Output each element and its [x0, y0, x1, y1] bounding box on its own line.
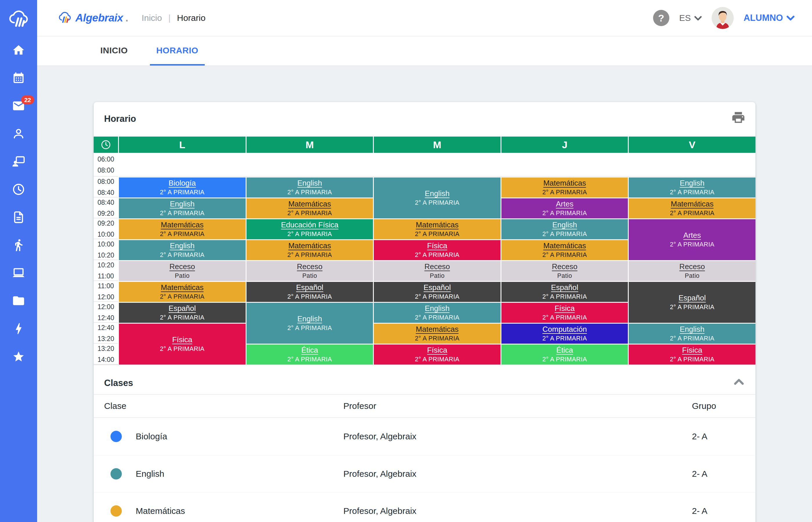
schedule-cell[interactable]: English2° A PRIMARIA: [374, 178, 501, 218]
folder-icon[interactable]: [0, 287, 37, 315]
breadcrumb-inicio[interactable]: Inicio: [142, 13, 162, 23]
schedule-cell[interactable]: English2° A PRIMARIA: [629, 324, 755, 344]
calendar-icon[interactable]: [0, 64, 37, 92]
schedule-cell[interactable]: Ética2° A PRIMARIA: [246, 344, 373, 364]
teacher-board-icon[interactable]: [0, 147, 37, 176]
schedule-cell-group: 2° A PRIMARIA: [287, 252, 332, 259]
schedule-cell-group: Patio: [557, 272, 572, 280]
laptop-icon[interactable]: [0, 259, 37, 287]
schedule-cell[interactable]: RecesoPatio: [629, 261, 755, 281]
schedule-cell-group: 2° A PRIMARIA: [160, 252, 204, 259]
class-row[interactable]: BiologíaProfesor, Algebraix2- A: [94, 418, 755, 455]
schedule-cell[interactable]: Matemáticas2° A PRIMARIA: [374, 219, 501, 239]
schedule-cell[interactable]: Física2° A PRIMARIA: [374, 344, 501, 364]
person-icon[interactable]: [0, 120, 37, 147]
schedule-cell[interactable]: English2° A PRIMARIA: [374, 303, 501, 323]
time-slot-label: 12:4013:20: [94, 324, 118, 344]
schedule-cell[interactable]: Matemáticas2° A PRIMARIA: [502, 240, 628, 260]
schedule-cell[interactable]: Matemáticas2° A PRIMARIA: [629, 198, 755, 218]
class-grupo: 2- A: [692, 506, 707, 516]
tab-inicio[interactable]: INICIO: [94, 37, 134, 65]
day-header: L: [119, 137, 246, 153]
sidebar: 22: [0, 0, 37, 522]
clock-icon[interactable]: [0, 176, 37, 203]
schedule-cell-subject: English: [170, 200, 195, 208]
time-slot-label: 08:4009:20: [94, 198, 118, 218]
schedule-cell[interactable]: Español2° A PRIMARIA: [374, 282, 501, 302]
schedule-cell-group: 2° A PRIMARIA: [287, 356, 332, 363]
schedule-cell[interactable]: English2° A PRIMARIA: [246, 303, 373, 344]
schedule-cell[interactable]: Español2° A PRIMARIA: [629, 282, 755, 323]
mail-icon[interactable]: 22: [0, 92, 37, 120]
walking-person-icon[interactable]: [0, 231, 37, 259]
schedule-cell-subject: English: [297, 179, 322, 188]
schedule-cell-subject: English: [425, 304, 449, 313]
schedule-cell[interactable]: RecesoPatio: [246, 261, 373, 281]
tab-horario[interactable]: HORARIO: [150, 37, 205, 65]
schedule-cell[interactable]: Matemáticas2° A PRIMARIA: [246, 240, 373, 260]
chevron-up-icon[interactable]: [734, 378, 744, 386]
user-menu[interactable]: ALUMNO: [744, 13, 795, 23]
schedule-cell-subject: English: [680, 325, 705, 334]
lightning-icon[interactable]: [0, 315, 37, 342]
schedule-cell[interactable]: Español2° A PRIMARIA: [119, 303, 246, 323]
schedule-cell[interactable]: Física2° A PRIMARIA: [119, 324, 246, 364]
language-selector[interactable]: ES: [679, 13, 702, 23]
schedule-cell[interactable]: English2° A PRIMARIA: [629, 178, 755, 198]
schedule-cell[interactable]: Ética2° A PRIMARIA: [502, 344, 628, 364]
schedule-cell[interactable]: Matemáticas2° A PRIMARIA: [374, 324, 501, 344]
schedule-cell-group: 2° A PRIMARIA: [415, 293, 460, 300]
column-profesor: Profesor: [343, 401, 376, 411]
schedule-cell[interactable]: English2° A PRIMARIA: [246, 178, 373, 198]
schedule-cell-subject: Matemáticas: [161, 221, 204, 229]
schedule-cell[interactable]: English2° A PRIMARIA: [119, 240, 246, 260]
document-icon[interactable]: [0, 203, 37, 231]
class-profesor: Profesor, Algebraix: [343, 469, 417, 479]
algebraix-logo[interactable]: Algebraix.: [56, 10, 128, 26]
schedule-cell[interactable]: Matemáticas2° A PRIMARIA: [246, 198, 373, 218]
schedule-cell[interactable]: Computación2° A PRIMARIA: [502, 324, 628, 344]
schedule-cell-subject: Matemáticas: [161, 283, 204, 292]
schedule-cell-group: 2° A PRIMARIA: [160, 189, 204, 196]
schedule-cell[interactable]: Artes2° A PRIMARIA: [629, 219, 755, 260]
schedule-cell[interactable]: Física2° A PRIMARIA: [502, 303, 628, 323]
sidebar-nav: 22: [0, 36, 37, 370]
star-icon[interactable]: [0, 342, 37, 370]
schedule-cell-subject: Español: [296, 283, 323, 292]
schedule-cell[interactable]: Matemáticas2° A PRIMARIA: [119, 219, 246, 239]
schedule-cell[interactable]: Español2° A PRIMARIA: [502, 282, 628, 302]
schedule-cell[interactable]: Matemáticas2° A PRIMARIA: [502, 178, 628, 198]
schedule-cell[interactable]: Educación Física2° A PRIMARIA: [246, 219, 373, 239]
schedule-cell[interactable]: Física2° A PRIMARIA: [374, 240, 501, 260]
class-row[interactable]: MatemáticasProfesor, Algebraix2- A: [94, 492, 755, 522]
classes-title: Clases: [104, 378, 133, 388]
time-slot-label: 10:0010:20: [94, 240, 118, 260]
print-icon[interactable]: [731, 110, 746, 125]
avatar[interactable]: [712, 7, 734, 29]
time-slot-label: 10:2011:00: [94, 261, 118, 281]
cloud-logo-icon[interactable]: [0, 0, 37, 36]
class-profesor: Profesor, Algebraix: [343, 431, 417, 441]
schedule-cell[interactable]: Español2° A PRIMARIA: [246, 282, 373, 302]
home-icon[interactable]: [0, 36, 37, 64]
schedule-cell-subject: English: [170, 242, 195, 250]
class-row[interactable]: EnglishProfesor, Algebraix2- A: [94, 455, 755, 492]
schedule-cell-group: 2° A PRIMARIA: [542, 314, 587, 321]
schedule-cell-subject: Receso: [169, 262, 195, 271]
schedule-cell[interactable]: RecesoPatio: [374, 261, 501, 281]
schedule-cell[interactable]: RecesoPatio: [502, 261, 628, 281]
class-subject: English: [136, 469, 164, 479]
schedule-cell[interactable]: Física2° A PRIMARIA: [629, 344, 755, 364]
schedule-cell[interactable]: Matemáticas2° A PRIMARIA: [119, 282, 246, 302]
schedule-cell-group: 2° A PRIMARIA: [160, 293, 204, 300]
schedule-cell[interactable]: Biología2° A PRIMARIA: [119, 178, 246, 198]
help-icon[interactable]: ?: [653, 10, 669, 26]
schedule-cell[interactable]: RecesoPatio: [119, 261, 246, 281]
schedule-cell[interactable]: English2° A PRIMARIA: [119, 198, 246, 218]
schedule-cell[interactable]: Artes2° A PRIMARIA: [502, 198, 628, 218]
schedule-cell-group: 2° A PRIMARIA: [160, 230, 204, 238]
top-bar: Algebraix. Inicio | Horario ? ES: [37, 0, 812, 36]
schedule-cell[interactable]: English2° A PRIMARIA: [502, 219, 628, 239]
classes-header: Clases: [94, 373, 755, 394]
breadcrumb-separator: |: [168, 13, 170, 23]
